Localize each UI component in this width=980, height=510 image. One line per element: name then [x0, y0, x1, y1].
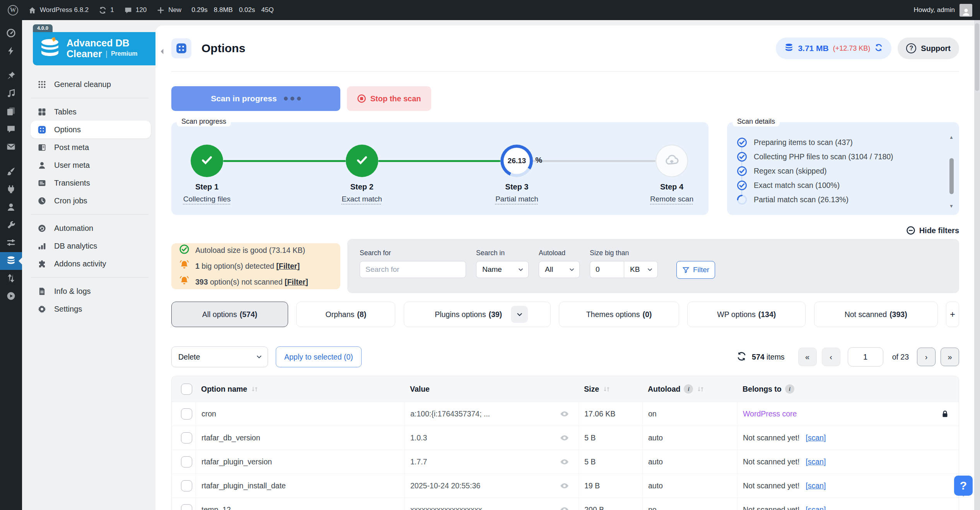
sidebar-icon-tools[interactable] — [0, 217, 22, 234]
sidebar-icon-dashboard[interactable] — [0, 25, 22, 43]
site-name-menu[interactable]: WordPress 6.8.2 — [28, 6, 89, 14]
first-page-button[interactable]: « — [798, 348, 817, 366]
row-checkbox[interactable] — [181, 456, 192, 467]
row-checkbox[interactable] — [181, 504, 192, 510]
sidebar-icon-video[interactable] — [0, 288, 22, 305]
collapse-sidebar-icon[interactable] — [158, 47, 166, 57]
sidebar-icon-sync[interactable] — [0, 270, 22, 288]
sidebar-icon-filters[interactable] — [0, 234, 22, 252]
sidebar-item-addons-activity[interactable]: Addons activity — [31, 255, 151, 273]
tab-all-options[interactable]: All options(574) — [171, 302, 288, 327]
sidebar-item-db-analytics[interactable]: DB analytics — [31, 237, 151, 255]
tab-orphans[interactable]: Orphans(8) — [296, 302, 395, 327]
tab-themes-options[interactable]: Themes options(0) — [559, 302, 679, 327]
sidebar-item-options[interactable]: Options — [31, 121, 151, 138]
belongs-to-link[interactable]: WordPress core — [743, 409, 797, 418]
sidebar-item-cron-jobs[interactable]: Cron jobs — [31, 192, 151, 210]
page-scrollbar-thumb[interactable] — [975, 23, 979, 91]
last-page-button[interactable]: » — [941, 348, 959, 366]
sidebar-item-transients[interactable]: Transients — [31, 174, 151, 192]
tab-plugins-options[interactable]: Plugins options(39) — [404, 302, 551, 327]
comments-menu[interactable]: 120 — [124, 6, 147, 14]
col-autoload[interactable]: Autoload i — [642, 376, 737, 402]
step-caption[interactable]: Partial match — [468, 195, 565, 203]
sidebar-icon-db-cleaner[interactable] — [0, 252, 22, 270]
sidebar-icon-performance[interactable] — [0, 43, 22, 60]
sort-icon[interactable] — [603, 385, 611, 393]
tab-dropdown-chevron-icon[interactable] — [511, 306, 528, 323]
new-content-menu[interactable]: New — [157, 6, 181, 14]
view-value-eye-icon[interactable] — [560, 433, 569, 443]
sidebar-icon-pages[interactable] — [0, 103, 22, 121]
step-caption[interactable]: Exact match — [314, 195, 410, 203]
info-icon[interactable]: i — [785, 384, 794, 394]
page-number-input[interactable] — [848, 347, 883, 367]
refresh-size-icon[interactable] — [874, 43, 883, 53]
view-value-eye-icon[interactable] — [560, 505, 569, 510]
scan-link[interactable]: [scan] — [806, 505, 826, 510]
sidebar-icon-appearance[interactable] — [0, 163, 22, 181]
page-scrollbar[interactable] — [974, 20, 980, 510]
sidebar-item-general-cleanup[interactable]: General cleanup — [31, 75, 151, 93]
sidebar-item-tables[interactable]: Tables — [31, 103, 151, 121]
autoload-select[interactable]: All — [539, 261, 580, 278]
sidebar-icon-plugins[interactable] — [0, 181, 22, 199]
updates-menu[interactable]: 1 — [99, 6, 114, 14]
support-button[interactable]: ? Support — [898, 38, 959, 59]
step-caption[interactable]: Collecting files — [159, 195, 255, 203]
sidebar-icon-media[interactable] — [0, 85, 22, 103]
db-size-badge[interactable]: 3.71 MB (+12.73 KB) — [776, 38, 891, 59]
apply-to-selected-button[interactable]: Apply to selected (0) — [276, 346, 362, 367]
filter-button[interactable]: Filter — [676, 261, 715, 279]
hide-filters-toggle[interactable]: Hide filters — [171, 225, 959, 236]
howdy-menu[interactable]: Howdy, admin — [914, 6, 955, 14]
select-all-checkbox[interactable] — [181, 384, 192, 395]
sidebar-icon-users[interactable] — [0, 199, 22, 217]
scrollbar-thumb[interactable] — [949, 158, 954, 194]
next-page-button[interactable]: › — [917, 348, 936, 366]
wp-logo-menu[interactable]: W — [8, 5, 18, 15]
view-value-eye-icon[interactable] — [560, 409, 569, 419]
sidebar-icon-comments[interactable] — [0, 121, 22, 138]
col-size[interactable]: Size — [579, 376, 642, 402]
sidebar-item-post-meta[interactable]: Post meta — [31, 138, 151, 156]
filter-link[interactable]: [Filter] — [285, 278, 308, 286]
sidebar-icon-mail[interactable] — [0, 138, 22, 156]
help-bubble-button[interactable]: ? — [954, 476, 973, 496]
tab-wp-options[interactable]: WP options(134) — [687, 302, 806, 327]
col-option-name[interactable]: Option name — [196, 376, 405, 402]
step-caption[interactable]: Remote scan — [623, 195, 720, 203]
row-checkbox[interactable] — [181, 480, 192, 491]
view-value-eye-icon[interactable] — [560, 457, 569, 467]
bulk-action-select[interactable]: Delete — [171, 346, 268, 367]
scan-link[interactable]: [scan] — [806, 481, 826, 490]
row-checkbox[interactable] — [181, 408, 192, 420]
sidebar-item-settings[interactable]: Settings — [31, 300, 151, 318]
stop-scan-button[interactable]: Stop the scan — [347, 86, 431, 111]
sidebar-item-user-meta[interactable]: User meta — [31, 156, 151, 174]
search-in-select[interactable]: Name — [476, 261, 529, 278]
add-tab-button[interactable]: + — [946, 302, 959, 327]
reload-list-icon[interactable] — [736, 351, 747, 363]
info-icon[interactable]: i — [684, 384, 693, 394]
row-checkbox[interactable] — [181, 432, 192, 443]
user-avatar[interactable] — [960, 4, 972, 17]
scan-link[interactable]: [scan] — [806, 433, 826, 442]
view-value-eye-icon[interactable] — [560, 481, 569, 491]
sidebar-item-info-logs[interactable]: Info & logs — [31, 282, 151, 300]
scan-in-progress-button[interactable]: Scan in progress — [171, 86, 340, 111]
scan-link[interactable]: [scan] — [806, 457, 826, 466]
sidebar-item-automation[interactable]: Automation — [31, 219, 151, 237]
prev-page-button[interactable]: ‹ — [822, 348, 840, 366]
scroll-down-icon[interactable]: ▼ — [949, 203, 954, 209]
size-input[interactable] — [590, 261, 624, 278]
tab-not-scanned[interactable]: Not scanned(393) — [814, 302, 938, 327]
scan-details-scrollbar[interactable]: ▲ ▼ — [949, 135, 954, 209]
search-input[interactable] — [360, 261, 466, 278]
sort-icon[interactable] — [251, 385, 259, 393]
sidebar-icon-posts[interactable] — [0, 67, 22, 85]
sort-icon[interactable] — [697, 385, 705, 393]
size-unit-select[interactable]: KB — [624, 261, 658, 278]
scroll-up-icon[interactable]: ▲ — [949, 135, 954, 140]
filter-link[interactable]: [Filter] — [276, 262, 300, 270]
